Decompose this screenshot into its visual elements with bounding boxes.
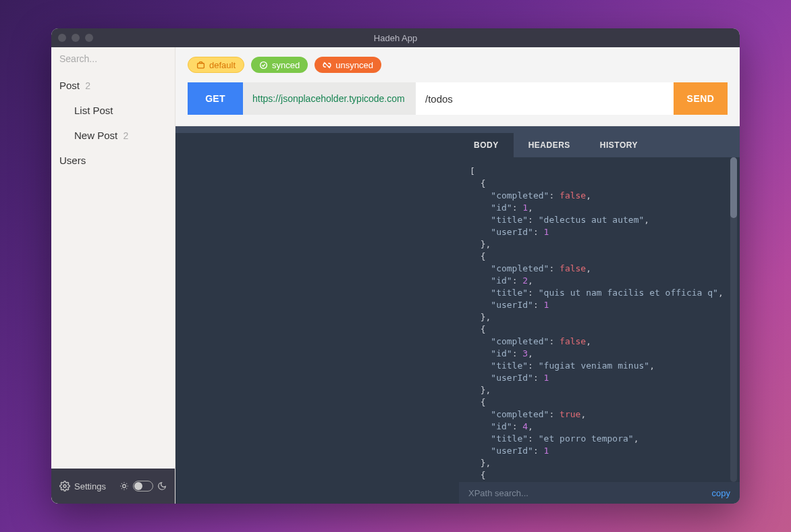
sidebar-item-label: List Post: [74, 105, 113, 116]
check-circle-icon: [259, 61, 268, 70]
sidebar-group-label: Post: [59, 80, 80, 91]
response-body[interactable]: [ { "completed": false, "id": 1, "title"…: [459, 157, 740, 482]
path-input[interactable]: [416, 82, 674, 115]
badge-unsynced[interactable]: unsynced: [315, 57, 381, 73]
badge-unsynced-label: unsynced: [335, 60, 373, 70]
method-selector[interactable]: GET: [188, 82, 243, 115]
request-body-pane[interactable]: [175, 133, 459, 504]
window-title: Hadeh App: [374, 33, 417, 43]
send-button[interactable]: SEND: [674, 82, 728, 115]
app-window: Hadeh App Post 2List PostNew Post 2Users…: [51, 28, 740, 504]
theme-switch[interactable]: [133, 481, 153, 491]
sidebar-item-label: New Post: [74, 130, 117, 141]
gear-icon: [59, 481, 70, 491]
settings-label: Settings: [74, 481, 106, 491]
unlink-icon: [323, 61, 331, 70]
sidebar-item[interactable]: New Post 2: [51, 123, 175, 148]
svg-rect-2: [198, 63, 204, 68]
sidebar: Post 2List PostNew Post 2Users Settings: [51, 47, 175, 504]
xpath-input[interactable]: [468, 488, 712, 498]
sidebar-group[interactable]: Post 2: [51, 73, 175, 98]
moon-icon: [157, 481, 167, 491]
response-footer: copy: [459, 482, 740, 504]
theme-toggle[interactable]: [119, 481, 167, 491]
tab-history[interactable]: HISTORY: [585, 133, 653, 157]
sidebar-group-label: Users: [59, 155, 86, 166]
main: default synced unsynced GET https://json…: [175, 47, 740, 504]
sidebar-group[interactable]: Users: [51, 148, 175, 173]
base-url[interactable]: https://jsonplaceholder.typicode.com: [243, 82, 416, 115]
titlebar: Hadeh App: [51, 28, 740, 47]
response-tabs: BODY HEADERS HISTORY: [459, 133, 740, 157]
sidebar-nav: Post 2List PostNew Post 2Users: [51, 70, 175, 469]
request-row: GET https://jsonplaceholder.typicode.com…: [188, 82, 728, 115]
maximize-icon[interactable]: [85, 34, 93, 42]
badge-synced-label: synced: [272, 60, 300, 70]
scrollbar[interactable]: [730, 157, 737, 482]
env-badges: default synced unsynced: [188, 57, 728, 73]
response-pane: BODY HEADERS HISTORY [ { "completed": fa…: [459, 133, 740, 504]
close-icon[interactable]: [58, 34, 66, 42]
sidebar-item[interactable]: List Post: [51, 98, 175, 123]
tab-body[interactable]: BODY: [459, 133, 514, 157]
sidebar-item-count: 2: [123, 130, 128, 141]
badge-default[interactable]: default: [188, 57, 244, 73]
badge-synced[interactable]: synced: [251, 57, 308, 73]
badge-default-label: default: [209, 60, 236, 70]
search-input[interactable]: [59, 53, 167, 64]
svg-point-0: [63, 485, 66, 487]
sidebar-group-count: 2: [85, 80, 90, 91]
divider: [175, 126, 740, 133]
minimize-icon[interactable]: [72, 34, 80, 42]
settings-button[interactable]: Settings: [59, 481, 106, 491]
briefcase-icon: [196, 61, 205, 70]
scrollbar-thumb[interactable]: [730, 157, 737, 218]
sun-icon: [119, 481, 129, 491]
window-controls[interactable]: [58, 34, 93, 42]
svg-point-1: [123, 485, 126, 488]
copy-button[interactable]: copy: [712, 488, 730, 498]
tab-headers[interactable]: HEADERS: [514, 133, 585, 157]
topbar: default synced unsynced GET https://json…: [175, 47, 740, 126]
sidebar-footer: Settings: [51, 469, 175, 504]
